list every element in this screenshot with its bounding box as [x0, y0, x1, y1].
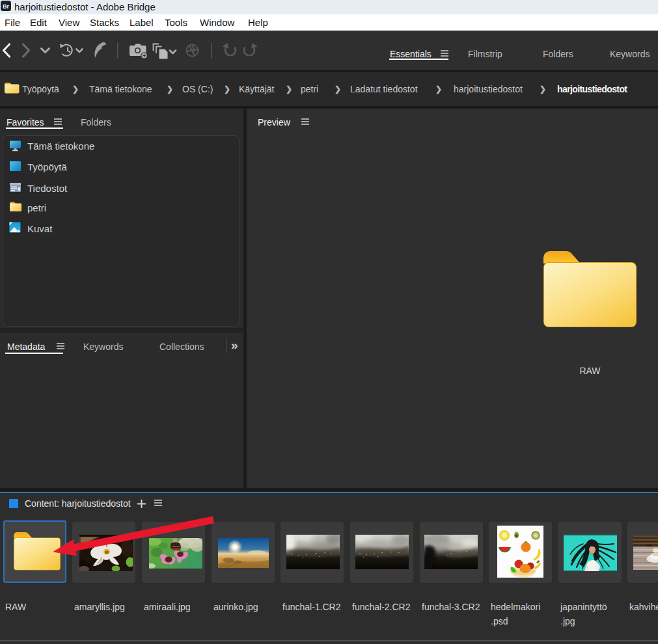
- svg-text:Br: Br: [3, 3, 9, 10]
